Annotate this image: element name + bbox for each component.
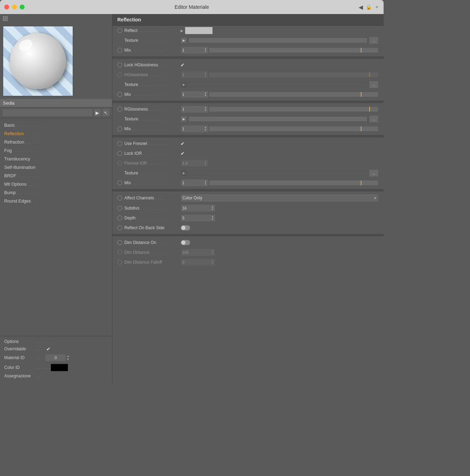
slider-track-4[interactable] <box>188 170 367 176</box>
maximize-button[interactable] <box>20 5 25 9</box>
title-bar: Editor Materiale ◀ 🔒 ＋ <box>0 0 384 14</box>
separator-4 <box>112 189 384 191</box>
sidebar-item-mtl-options[interactable]: Mtl Options . . . . <box>0 180 112 189</box>
material-id-input[interactable] <box>45 354 66 362</box>
mix-spinner-4[interactable]: 1 ▲▼ <box>181 179 209 187</box>
dim-distance-label: Dim Distance . . . . . . . <box>124 250 181 255</box>
sidebar-item-translucency[interactable]: Translucency . . . <box>0 155 112 163</box>
dim-distance-radio[interactable] <box>117 250 122 255</box>
mix-long-slider-3[interactable] <box>209 126 379 132</box>
rglossiness-spinner[interactable]: 1 ▲▼ <box>181 105 209 113</box>
texture-play-btn-4[interactable]: ▶ <box>181 170 187 176</box>
search-cursor-btn[interactable]: ↖ <box>102 109 110 117</box>
mix-spinner-2[interactable]: 1 ▲▼ <box>181 91 209 98</box>
slider-track-3[interactable] <box>188 116 367 122</box>
mix-row-3: Mix . . . . . . . . . . . . 1 ▲▼ <box>112 124 384 134</box>
fresnel-ior-radio[interactable] <box>117 161 122 166</box>
mix-radio-2[interactable] <box>117 92 122 97</box>
overridable-check[interactable]: ✔ <box>46 346 51 352</box>
use-fresnel-check[interactable]: ✔ <box>181 141 185 146</box>
reflect-on-back-side-row: Reflect On Back Side <box>112 223 384 233</box>
search-play-btn[interactable]: ▶ <box>93 109 101 117</box>
nav-list: Basic . . . . . . . . . . Reflection . .… <box>0 118 112 336</box>
affect-channels-dropdown[interactable]: Color Only ▼ <box>181 194 379 202</box>
depth-label: Depth . . . . . . . . . . . <box>124 216 181 220</box>
mix-spinner-3[interactable]: 1 ▲▼ <box>181 125 209 133</box>
expand-icon[interactable]: ＋ <box>374 4 379 10</box>
slider-track-1[interactable] <box>188 38 367 43</box>
rglossiness-label: RGlossiness . . . . . . <box>124 107 181 112</box>
mix-radio-4[interactable] <box>117 180 122 185</box>
use-fresnel-radio[interactable] <box>117 141 122 146</box>
texture-row-3: Texture . . . . . . . . . . ▶ ... <box>112 114 384 124</box>
sidebar-item-basic[interactable]: Basic . . . . . . . . . . <box>0 121 112 130</box>
texture-play-btn-1[interactable]: ▶ <box>181 37 187 44</box>
hglossiness-label: HGlossiness . . . . . . <box>124 72 181 77</box>
slider-track-2[interactable] <box>188 82 367 87</box>
sidebar-item-self-illumination[interactable]: Self-Illumination <box>0 163 112 172</box>
close-button[interactable] <box>4 5 9 9</box>
texture-play-btn-2[interactable]: ▶ <box>181 81 187 88</box>
lock-ior-check[interactable]: ✔ <box>181 151 185 156</box>
affect-channels-label: Affect Channels . . . . <box>124 196 181 200</box>
dots-btn-4[interactable]: ... <box>369 169 379 177</box>
reflect-on-back-side-label: Reflect On Back Side <box>124 225 181 230</box>
rglossiness-radio[interactable] <box>117 107 122 112</box>
mix-spinner-1[interactable]: 1 ▲▼ <box>181 46 209 54</box>
sidebar-item-refraction[interactable]: Refraction . . . . . <box>0 138 112 146</box>
dots-btn-2[interactable]: ... <box>369 81 379 88</box>
section-header: Reflection <box>112 14 384 26</box>
sidebar-item-bump[interactable]: Bump . . . . . . . . . <box>0 189 112 197</box>
sidebar-item-brdf[interactable]: BRDF . . . . . . . . . <box>0 172 112 180</box>
dots-btn-3[interactable]: ... <box>369 115 379 123</box>
mix-label-1: Mix . . . . . . . . . . . . <box>124 48 181 53</box>
dim-distance-falloff-radio[interactable] <box>117 260 122 265</box>
lock-icon[interactable]: 🔒 <box>366 4 372 10</box>
back-icon[interactable]: ◀ <box>359 4 363 11</box>
depth-spinner[interactable]: 5 ▲▼ <box>181 214 216 222</box>
mix-radio-1[interactable] <box>117 48 122 53</box>
texture-slider-2: ▶ ... <box>181 81 379 88</box>
color-id-swatch[interactable] <box>51 364 68 371</box>
dim-distance-spinner[interactable]: 100 ▲▼ <box>181 249 216 256</box>
search-bar: ▶ ↖ <box>0 107 112 118</box>
mix-long-slider-4[interactable] <box>209 180 379 186</box>
rglossiness-slider[interactable] <box>209 106 379 112</box>
reflect-on-back-side-radio[interactable] <box>117 225 122 230</box>
subdivs-label: Subdivs . . . . . . . . . . <box>124 206 181 211</box>
reflect-color-field[interactable] <box>185 27 213 34</box>
rglossiness-row: RGlossiness . . . . . . 1 ▲▼ <box>112 104 384 114</box>
mix-radio-3[interactable] <box>117 126 122 131</box>
hglossiness-radio[interactable] <box>117 72 122 77</box>
hglossiness-spinner[interactable]: 1 ▲▼ <box>181 71 209 79</box>
depth-radio[interactable] <box>117 216 122 220</box>
sidebar-item-fog[interactable]: Fog . . . . . . . . . . . <box>0 146 112 155</box>
mix-long-slider-1[interactable] <box>209 47 379 53</box>
options-row: Options . . . . . . . <box>4 339 108 344</box>
affect-channels-radio[interactable] <box>117 196 122 200</box>
texture-label-4: Texture . . . . . . . . . . <box>124 171 181 176</box>
reflect-on-back-side-toggle[interactable] <box>181 225 190 231</box>
mix-long-slider-2[interactable] <box>209 92 379 97</box>
dim-distance-falloff-spinner[interactable]: 0 ▲▼ <box>181 258 216 266</box>
sidebar-item-reflection[interactable]: Reflection . . . . . <box>0 130 112 138</box>
hglossiness-slider[interactable] <box>209 72 379 78</box>
dots-btn-1[interactable]: ... <box>369 37 379 44</box>
nav-label: BRDF <box>4 173 16 178</box>
dim-distance-on-radio[interactable] <box>117 240 122 245</box>
subdivs-spinner[interactable]: 16 ▲▼ <box>181 204 216 212</box>
fresnel-ior-spinner[interactable]: 1.6 ▲▼ <box>181 159 209 167</box>
lock-ior-radio[interactable] <box>117 151 122 156</box>
subdivs-radio[interactable] <box>117 206 122 211</box>
reflect-radio[interactable] <box>117 28 122 33</box>
search-input[interactable] <box>2 109 93 117</box>
dim-distance-on-toggle[interactable] <box>181 240 190 245</box>
minimize-button[interactable] <box>12 5 17 9</box>
sidebar: Sedia ▶ ↖ Basic . . . . . . . . . . Refl… <box>0 14 112 383</box>
lock-hglossiness-check[interactable]: ✔ <box>181 62 185 68</box>
affect-channels-row: Affect Channels . . . . Color Only ▼ <box>112 193 384 203</box>
texture-play-btn-3[interactable]: ▶ <box>181 116 187 122</box>
separator-2 <box>112 101 384 103</box>
sidebar-item-round-edges[interactable]: Round Edges . . . <box>0 197 112 205</box>
lock-hglossiness-radio[interactable] <box>117 62 122 67</box>
